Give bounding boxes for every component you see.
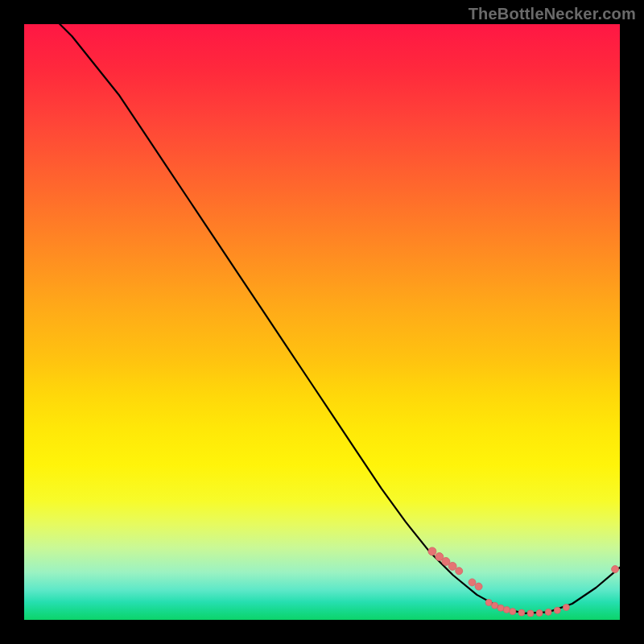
data-point [545,609,551,615]
data-point [510,609,516,615]
data-point [469,579,476,586]
bottleneck-curve [24,0,620,613]
chart-overlay [24,24,620,620]
data-point [536,610,543,617]
data-point [527,610,534,617]
data-point [428,547,436,555]
data-point [503,606,510,613]
data-point [485,600,492,606]
data-point [497,605,504,611]
data-point [518,609,525,616]
watermark-text: TheBottleNecker.com [469,5,636,23]
data-point [448,562,456,570]
chart-stage: TheBottleNecker.com [0,0,644,644]
data-point [492,602,498,609]
data-point [563,605,569,611]
data-point [475,583,482,590]
data-point [554,607,560,613]
data-point [612,566,619,573]
data-point [456,568,463,575]
plot-area [24,24,620,620]
